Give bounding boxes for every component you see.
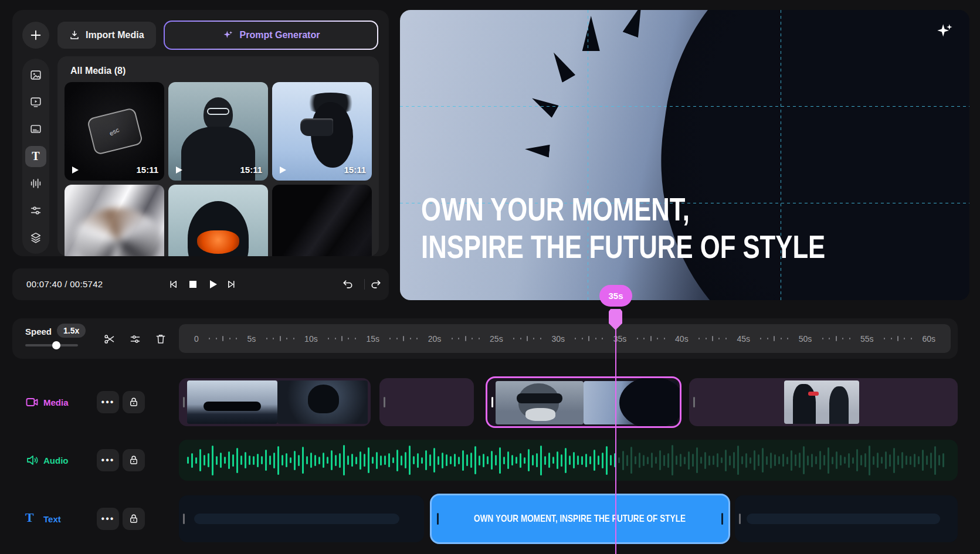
trash-icon <box>155 333 167 345</box>
undo-button[interactable] <box>341 277 355 291</box>
text-track-options-button[interactable]: ••• <box>97 508 119 530</box>
playhead-line[interactable] <box>615 311 616 554</box>
ruler-ticks <box>812 336 860 341</box>
clip-trim-handle[interactable] <box>183 397 185 407</box>
clip-trim-handle[interactable] <box>491 397 493 407</box>
playhead-time-bubble[interactable]: 35s <box>599 285 632 307</box>
clip-trim-handle[interactable] <box>693 397 695 407</box>
duration-badge: 15:11 <box>240 165 262 175</box>
audio-tab[interactable] <box>25 173 46 194</box>
media-thumbnail-esc-key[interactable]: esc 15:11 <box>65 82 164 181</box>
ruler-tick-label: 45s <box>737 334 750 344</box>
media-library: All Media (8) esc 15:11 15:11 15:11 <box>57 56 379 256</box>
speed-slider[interactable] <box>25 344 78 346</box>
import-media-button[interactable]: Import Media <box>57 22 156 49</box>
media-thumbnail-vr-headset[interactable]: 15:11 <box>272 82 372 181</box>
scissors-icon <box>103 333 116 345</box>
preview-headline[interactable]: OWN YOUR MOMENT, INSPIRE THE FUTURE OF S… <box>421 191 825 266</box>
media-track-options-button[interactable]: ••• <box>97 391 119 413</box>
audio-track-options-button[interactable]: ••• <box>97 449 119 471</box>
hair-spike <box>623 10 649 38</box>
ai-sparkle-icon[interactable] <box>935 22 955 42</box>
adjust-tab[interactable] <box>25 200 46 221</box>
library-panel: Import Media Prompt Generator T All Medi… <box>12 10 389 256</box>
stop-icon <box>188 280 198 289</box>
ruler-tick-label: 50s <box>799 334 812 344</box>
ruler-ticks <box>626 336 675 341</box>
media-thumbnail-liquid-chrome[interactable] <box>65 185 164 256</box>
media-thumbnail-woman-glasses[interactable]: 15:11 <box>168 82 268 181</box>
media-track-icon <box>25 395 39 409</box>
stop-button[interactable] <box>186 277 200 291</box>
play-icon[interactable] <box>174 165 184 175</box>
preview-canvas[interactable]: OWN YOUR MOMENT, INSPIRE THE FUTURE OF S… <box>400 10 969 300</box>
play-icon <box>208 279 218 290</box>
media-library-tab[interactable] <box>25 64 46 86</box>
split-button[interactable] <box>99 329 119 349</box>
media-track-lock-button[interactable] <box>123 391 145 413</box>
plus-icon <box>29 29 42 42</box>
text-clip-3[interactable] <box>735 495 958 542</box>
play-button[interactable] <box>206 277 220 291</box>
skip-forward-button[interactable] <box>225 277 239 291</box>
clip-trim-handle[interactable] <box>183 514 185 524</box>
layers-tab[interactable] <box>25 227 46 248</box>
esc-keycap-shape: esc <box>87 107 144 155</box>
playback-bar: 00:07:40 / 00:5742 <box>12 268 389 300</box>
ruler-tick-label: 20s <box>428 334 442 344</box>
media-clip-2[interactable] <box>379 378 474 426</box>
image-icon <box>29 69 42 81</box>
ruler-tick-label: 30s <box>551 334 565 344</box>
tool-rail: T <box>22 59 49 254</box>
speed-slider-thumb[interactable] <box>52 341 60 349</box>
text-icon: T <box>32 149 39 163</box>
redo-button[interactable] <box>369 277 383 291</box>
ruler-ticks <box>689 336 737 341</box>
media-thumbnail-helmet[interactable] <box>168 185 268 256</box>
divider <box>364 279 365 290</box>
text-track-lock-button[interactable] <box>123 508 145 530</box>
ruler-ticks <box>318 336 367 341</box>
skip-back-button[interactable] <box>166 277 180 291</box>
prompt-generator-button[interactable]: Prompt Generator <box>164 21 378 50</box>
clip-trim-handle[interactable] <box>437 513 439 525</box>
media-thumbnail-dark-abstract[interactable] <box>272 185 372 256</box>
lock-icon <box>128 455 139 465</box>
play-icon[interactable] <box>278 165 287 175</box>
sliders-icon <box>129 333 141 345</box>
audio-track-lock-button[interactable] <box>123 449 145 471</box>
text-tab[interactable]: T <box>25 146 46 167</box>
timeline-ruler[interactable]: 05s10s15s20s25s30s35s40s45s50s55s60s <box>179 324 951 353</box>
ruler-ticks <box>750 336 799 341</box>
duration-badge: 15:11 <box>344 165 366 175</box>
text-clip-1[interactable] <box>179 495 424 542</box>
clip-thumbnail-man-sunglasses <box>496 381 584 424</box>
clip-trim-handle[interactable] <box>739 514 741 524</box>
text-clip-2-selected[interactable]: OWN YOUR MOMENT, INSPIRE THE FUTURE OF S… <box>430 494 730 544</box>
media-library-header: All Media (8) <box>70 66 126 76</box>
ruler-tick-label: 5s <box>247 334 256 344</box>
time-display: 00:07:40 / 00:5742 <box>26 279 103 289</box>
add-media-button[interactable] <box>22 22 49 49</box>
video-tab[interactable] <box>25 91 46 113</box>
hair-spike <box>528 92 559 118</box>
hair-spike <box>547 49 576 83</box>
media-clip-1[interactable] <box>179 378 371 426</box>
chrome-swirl <box>74 208 162 256</box>
play-icon[interactable] <box>70 165 80 175</box>
captions-tab[interactable] <box>25 118 46 140</box>
prompt-generator-label: Prompt Generator <box>240 30 320 40</box>
adjust-button[interactable] <box>125 329 145 349</box>
clip-trim-handle[interactable] <box>384 397 385 407</box>
ruler-tick-label: 55s <box>860 334 874 344</box>
hair-spike <box>582 16 600 51</box>
ruler-ticks <box>441 336 490 341</box>
clip-trim-handle[interactable] <box>721 513 723 525</box>
skip-forward-icon <box>226 279 237 290</box>
media-clip-4[interactable] <box>689 378 958 426</box>
audio-clip[interactable] <box>179 440 958 481</box>
video-player-icon <box>29 96 42 108</box>
media-clip-3-selected[interactable] <box>486 376 681 428</box>
delete-button[interactable] <box>151 329 171 349</box>
text-clip-placeholder <box>747 514 940 524</box>
